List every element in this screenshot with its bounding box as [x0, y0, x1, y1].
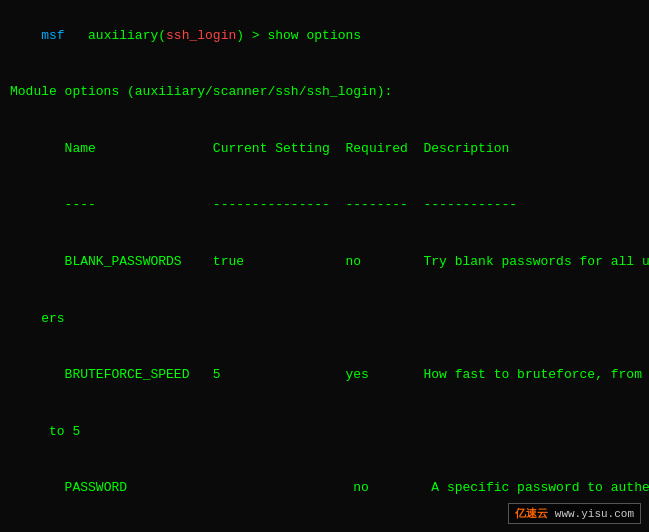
row-bruteforce-speed: BRUTEFORCE_SPEED 5 yes How fast to brute… [10, 347, 639, 404]
row-bruteforce-speed-cont: to 5 [10, 404, 639, 461]
row-blank-passwords-cont: ers [10, 291, 639, 348]
table-header: Name Current Setting Required Descriptio… [10, 121, 639, 178]
name-password: PASSWORD [41, 480, 220, 495]
req-blank-passwords: no [345, 254, 423, 269]
blank-line-2 [10, 102, 639, 121]
sep-desc: ------------ [424, 197, 518, 212]
sep-required: -------- [345, 197, 423, 212]
module-options-header: Module options (auxiliary/scanner/ssh/ss… [10, 83, 639, 102]
name-bruteforce-speed: BRUTEFORCE_SPEED [41, 367, 213, 382]
row-blank-passwords: BLANK_PASSWORDS true no Try blank passwo… [10, 234, 639, 291]
watermark-logo: 亿速云 [515, 508, 548, 520]
module-name: ssh_login [166, 28, 236, 43]
col-name-header: Name [41, 141, 213, 156]
module-label: auxiliary( [88, 28, 166, 43]
desc-bruteforce-speed: How fast to bruteforce, from 0 [424, 367, 650, 382]
req-bruteforce-speed: yes [345, 367, 423, 382]
sep-current: --------------- [213, 197, 346, 212]
col-desc-header: Description [424, 141, 510, 156]
desc-blank-passwords: Try blank passwords for all us [424, 254, 650, 269]
prompt-line: msf auxiliary(ssh_login) > show options [10, 8, 639, 65]
prompt-space [65, 28, 88, 43]
sep-name: ---- [41, 197, 213, 212]
name-blank-passwords: BLANK_PASSWORDS [41, 254, 213, 269]
watermark: 亿速云 www.yisu.com [508, 503, 641, 524]
module-close: ) > show options [236, 28, 361, 43]
watermark-url: www.yisu.com [555, 508, 634, 520]
col-current-header: Current Setting [213, 141, 346, 156]
col-required-header: Required [345, 141, 423, 156]
msf-label: msf [41, 28, 64, 43]
terminal: msf auxiliary(ssh_login) > show options … [0, 0, 649, 532]
val-blank-passwords: true [213, 254, 346, 269]
val-bruteforce-speed: 5 [213, 367, 346, 382]
desc-password: A specific password to authent [431, 480, 649, 495]
val-password [221, 480, 354, 495]
req-password: no [353, 480, 431, 495]
blank-line-1 [10, 65, 639, 84]
table-separator: ---- --------------- -------- ----------… [10, 178, 639, 235]
